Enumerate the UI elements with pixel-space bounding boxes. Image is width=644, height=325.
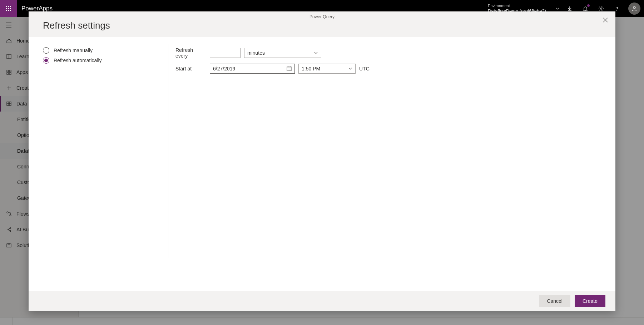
- person-icon: [631, 5, 638, 12]
- waffle-icon: [6, 6, 11, 11]
- svg-rect-2: [10, 6, 11, 7]
- chevron-down-icon: [348, 67, 352, 71]
- chevron-down-icon: [555, 6, 560, 11]
- app-launcher-button[interactable]: [0, 0, 17, 17]
- account-button[interactable]: [628, 3, 640, 15]
- refresh-mode-pane: Refresh manually Refresh automatically: [43, 47, 168, 291]
- chevron-down-icon: [314, 51, 318, 55]
- download-icon: [567, 6, 573, 11]
- svg-rect-7: [8, 10, 9, 11]
- environment-caption: Environment: [488, 4, 546, 8]
- select-value: minutes: [247, 50, 265, 56]
- svg-rect-5: [10, 8, 11, 9]
- radio-icon: [43, 57, 49, 64]
- modal-body: Refresh manually Refresh automatically R…: [29, 37, 615, 291]
- modal-footer: Cancel Create: [29, 291, 615, 311]
- schedule-pane: Refresh every minutes Start at 6/27/2019: [168, 47, 615, 291]
- start-time-select[interactable]: 1:50 PM: [298, 64, 356, 74]
- svg-rect-0: [6, 6, 7, 7]
- svg-point-10: [616, 10, 617, 10]
- notification-dot-icon: [587, 4, 590, 7]
- radio-label: Refresh automatically: [54, 58, 102, 63]
- timezone-label: UTC: [359, 66, 370, 72]
- create-button[interactable]: Create: [575, 295, 605, 307]
- calendar-icon: [287, 66, 292, 71]
- svg-point-9: [600, 8, 602, 9]
- refresh-every-label: Refresh every: [175, 47, 206, 59]
- modal-title: Refresh settings: [43, 20, 607, 31]
- modal-context-label: Power Query: [29, 14, 615, 19]
- brand-label[interactable]: PowerApps: [21, 5, 53, 12]
- svg-rect-6: [6, 10, 7, 11]
- time-value: 1:50 PM: [302, 66, 320, 72]
- date-value: 6/27/2019: [213, 66, 235, 72]
- radio-icon: [43, 47, 49, 54]
- refresh-interval-input[interactable]: [210, 48, 241, 58]
- cancel-button[interactable]: Cancel: [539, 295, 570, 307]
- svg-point-11: [633, 6, 635, 9]
- radio-label: Refresh manually: [54, 48, 93, 53]
- modal-header: Power Query Refresh settings: [29, 11, 615, 37]
- start-date-picker[interactable]: 6/27/2019: [210, 64, 295, 74]
- refresh-settings-modal: Power Query Refresh settings Refresh man…: [29, 11, 615, 311]
- start-at-label: Start at: [175, 66, 206, 72]
- svg-rect-8: [10, 10, 11, 11]
- radio-refresh-manually[interactable]: Refresh manually: [43, 47, 168, 54]
- radio-refresh-automatically[interactable]: Refresh automatically: [43, 57, 168, 64]
- close-modal-button[interactable]: [600, 15, 610, 25]
- svg-rect-4: [8, 8, 9, 9]
- help-icon: [614, 6, 620, 11]
- svg-rect-3: [6, 8, 7, 9]
- close-icon: [603, 18, 608, 23]
- svg-rect-1: [8, 6, 9, 7]
- gear-icon: [598, 6, 604, 11]
- refresh-unit-select[interactable]: minutes: [244, 48, 321, 58]
